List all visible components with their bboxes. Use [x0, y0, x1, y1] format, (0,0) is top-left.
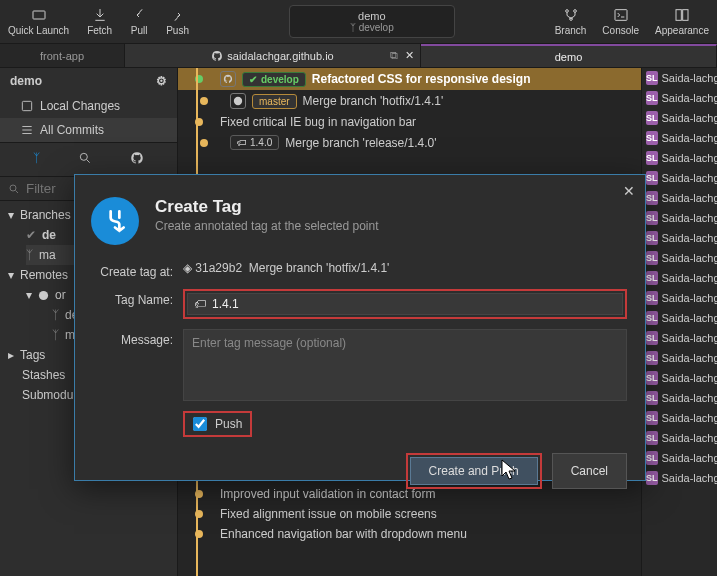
author-row: SLSaida-lachgar: [642, 428, 717, 448]
author-name: Saida-lachgar: [662, 412, 717, 424]
author-badge: SL: [646, 291, 658, 305]
author-badge: SL: [646, 351, 658, 365]
quick-launch-label: Quick Launch: [8, 25, 69, 36]
create-at-value: ◈ 31a29b2 Merge branch 'hotfix/1.4.1': [183, 261, 627, 275]
commit-icon: ◈: [183, 261, 192, 275]
sidebar-local-changes[interactable]: Local Changes: [0, 94, 177, 118]
commit-row[interactable]: 🏷 1.4.0 Merge branch 'release/1.4.0': [178, 132, 641, 153]
author-name: Saida-lachgar: [662, 392, 717, 404]
author-name: Saida-lachgar: [662, 172, 717, 184]
branch-button[interactable]: Branch: [555, 7, 587, 36]
commit-row[interactable]: ✔ develop Refactored CSS for responsive …: [178, 68, 641, 90]
commit-message: Improved input validation in contact for…: [220, 487, 635, 501]
tab-demo[interactable]: demo: [421, 44, 717, 67]
author-row: SLSaida-lachgar: [642, 148, 717, 168]
appearance-button[interactable]: Appearance: [655, 7, 709, 36]
github-icon: [211, 50, 223, 62]
branch-icon[interactable]: ᛉ: [33, 151, 40, 168]
author-name: Saida-lachgar: [662, 292, 717, 304]
commit-message: Merge branch 'release/1.4.0': [285, 136, 635, 150]
message-label: Message:: [91, 329, 173, 347]
author-name: Saida-lachgar: [662, 72, 717, 84]
push-label: Push: [215, 417, 242, 431]
svg-rect-5: [676, 10, 681, 21]
commit-row[interactable]: master Merge branch 'hotfix/1.4.1': [178, 90, 641, 112]
push-checkbox[interactable]: [193, 417, 207, 431]
branch-tag-master: master: [252, 94, 297, 109]
close-icon[interactable]: ✕: [623, 183, 635, 199]
pull-label: Pull: [131, 25, 148, 36]
repo-selector[interactable]: demo ᛉ develop: [289, 5, 455, 38]
github-icon: [220, 71, 236, 87]
close-tab-icon[interactable]: ✕: [405, 49, 414, 62]
author-badge: SL: [646, 431, 658, 445]
svg-rect-4: [615, 10, 627, 21]
author-row: SLSaida-lachgar: [642, 128, 717, 148]
tag-name-label: Tag Name:: [91, 289, 173, 307]
author-row: SLSaida-lachgar: [642, 188, 717, 208]
author-badge: SL: [646, 231, 658, 245]
author-name: Saida-lachgar: [662, 472, 717, 484]
console-label: Console: [602, 25, 639, 36]
fetch-button[interactable]: Fetch: [87, 7, 112, 36]
author-row: SLSaida-lachgar: [642, 88, 717, 108]
tag-name-input[interactable]: 🏷: [187, 293, 623, 315]
search-icon[interactable]: [78, 151, 92, 168]
tab-saidalachgar[interactable]: saidalachgar.github.io ⧉ ✕: [125, 44, 421, 67]
author-badge: SL: [646, 451, 658, 465]
svg-rect-7: [22, 101, 31, 110]
sidebar-all-commits[interactable]: All Commits: [0, 118, 177, 142]
external-link-icon[interactable]: ⧉: [390, 49, 398, 62]
push-checkbox-wrap: Push: [183, 411, 252, 437]
pull-button[interactable]: Pull: [130, 7, 148, 36]
message-input[interactable]: Enter tag message (optional): [183, 329, 627, 401]
push-button[interactable]: Push: [166, 7, 189, 36]
svg-point-11: [234, 97, 242, 105]
create-tag-dialog: ✕ Create Tag Create annotated tag at the…: [74, 174, 646, 481]
branch-tag-develop: ✔ develop: [242, 72, 306, 87]
author-row: SLSaida-lachgar: [642, 368, 717, 388]
author-row: SLSaida-lachgar: [642, 388, 717, 408]
search-icon: [8, 183, 20, 195]
author-badge: SL: [646, 151, 658, 165]
commit-row[interactable]: Enhanced navigation bar with dropdown me…: [178, 524, 641, 544]
tag-icon: 🏷: [194, 297, 206, 311]
author-row: SLSaida-lachgar: [642, 248, 717, 268]
author-badge: SL: [646, 191, 658, 205]
commit-message: Refactored CSS for responsive design: [312, 72, 635, 86]
branch-label: Branch: [555, 25, 587, 36]
dialog-title: Create Tag: [155, 197, 379, 217]
author-badge: SL: [646, 311, 658, 325]
cancel-button[interactable]: Cancel: [552, 453, 627, 489]
author-name: Saida-lachgar: [662, 332, 717, 344]
author-name: Saida-lachgar: [662, 132, 717, 144]
commit-row[interactable]: Fixed alignment issue on mobile screens: [178, 504, 641, 524]
fetch-label: Fetch: [87, 25, 112, 36]
settings-icon[interactable]: ⚙: [156, 74, 167, 88]
svg-point-1: [565, 10, 568, 13]
svg-rect-0: [33, 11, 45, 19]
svg-point-10: [39, 290, 48, 299]
console-button[interactable]: Console: [602, 7, 639, 36]
author-badge: SL: [646, 171, 658, 185]
author-badge: SL: [646, 91, 658, 105]
author-badge: SL: [646, 211, 658, 225]
author-row: SLSaida-lachgar: [642, 168, 717, 188]
author-name: Saida-lachgar: [662, 232, 717, 244]
tab-front-app[interactable]: front-app: [0, 44, 125, 67]
author-row: SLSaida-lachgar: [642, 468, 717, 488]
toolbar: Quick Launch Fetch Pull Push demo ᛉ deve…: [0, 0, 717, 44]
commit-row[interactable]: Fixed critical IE bug in navigation bar: [178, 112, 641, 132]
quick-launch-button[interactable]: Quick Launch: [8, 7, 69, 36]
github-icon[interactable]: [130, 151, 144, 168]
svg-point-2: [573, 10, 576, 13]
create-and-push-button[interactable]: Create and Push: [410, 457, 538, 485]
repo-tabs: front-app saidalachgar.github.io ⧉ ✕ dem…: [0, 44, 717, 68]
author-name: Saida-lachgar: [662, 312, 717, 324]
author-name: Saida-lachgar: [662, 372, 717, 384]
author-badge: SL: [646, 71, 658, 85]
author-name: Saida-lachgar: [662, 352, 717, 364]
author-badge: SL: [646, 271, 658, 285]
author-row: SLSaida-lachgar: [642, 108, 717, 128]
author-row: SLSaida-lachgar: [642, 208, 717, 228]
